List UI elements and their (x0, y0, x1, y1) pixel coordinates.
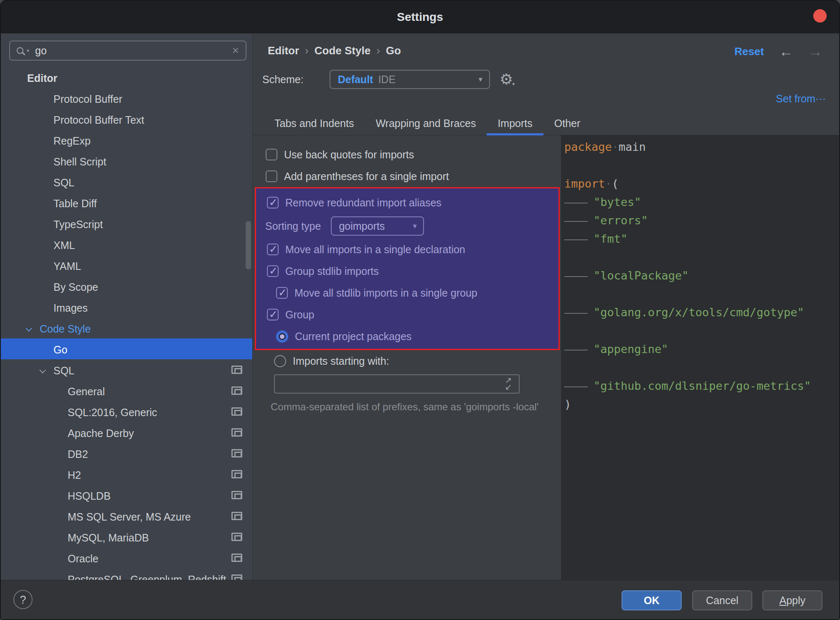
dialect-frame-icon (231, 449, 242, 457)
sidebar-item-shell-script[interactable]: Shell Script (1, 150, 252, 171)
scheme-gear-button[interactable]: ⚙ ▾ (500, 70, 515, 89)
sorting-type-row: Sorting type goimports ▾ (256, 213, 558, 239)
option-group[interactable]: Group (256, 304, 558, 325)
tab-other[interactable]: Other (543, 113, 591, 135)
title-bar: Settings (1, 1, 839, 33)
code-line: "fmt" (564, 230, 839, 248)
tab-whitespace-indicator (564, 203, 588, 203)
sidebar-item-code-style[interactable]: Code Style (1, 318, 252, 338)
checkbox-checked[interactable] (267, 265, 279, 277)
option-label: Add parentheses for a single import (284, 170, 449, 183)
option-imports-starting-with[interactable]: Imports starting with: (253, 350, 561, 372)
apply-button[interactable]: Apply (762, 590, 822, 610)
sidebar-item-by-scope[interactable]: By Scope (1, 276, 252, 297)
close-button[interactable] (813, 9, 827, 23)
search-box[interactable]: ▾ × (9, 41, 246, 61)
cancel-button[interactable]: Cancel (692, 590, 752, 610)
checkbox-unchecked[interactable] (266, 149, 277, 160)
sidebar-item-protocol-buffer-text[interactable]: Protocol Buffer Text (1, 109, 252, 130)
sidebar-item-regexp[interactable]: RegExp (1, 130, 252, 150)
sidebar-item-oracle[interactable]: Oracle (1, 547, 252, 568)
dialect-frame-icon (231, 491, 242, 499)
prefix-list-input[interactable] (275, 375, 519, 393)
option-label: Group stdlib imports (285, 265, 379, 277)
sidebar-item-xml[interactable]: XML (1, 234, 252, 255)
dropdown-caret-icon: ▾ (413, 221, 416, 231)
chevron-down-icon[interactable] (39, 367, 46, 374)
sidebar-item-typescript[interactable]: TypeScript (1, 213, 252, 234)
help-button[interactable]: ? (13, 590, 33, 609)
scheme-dropdown[interactable]: Default IDE ▾ (330, 70, 490, 89)
tab-whitespace-indicator (564, 313, 588, 314)
option-label: Current project packages (295, 330, 411, 343)
sidebar-item-h2[interactable]: H2 (1, 464, 252, 485)
set-from-link[interactable]: Set from··· (776, 93, 826, 105)
sidebar-item-code-style-sql[interactable]: SQL (1, 359, 252, 380)
option-label: Move all stdlib imports in a single grou… (294, 287, 477, 299)
prefix-list-field[interactable]: ↗↙ (274, 374, 520, 394)
dialect-frame-icon (231, 470, 242, 478)
checkbox-unchecked[interactable] (266, 170, 277, 182)
forward-arrow-icon: → (808, 43, 822, 60)
option-use-back-quotes[interactable]: Use back quotes for imports (253, 144, 561, 165)
radio-unselected[interactable] (274, 355, 286, 367)
prefix-hint-text: Comma-separated list of prefixes, same a… (271, 401, 561, 413)
ok-button[interactable]: OK (622, 590, 682, 610)
code-line: "errors" (564, 211, 839, 230)
sidebar-item-ms-sql-server[interactable]: MS SQL Server, MS Azure (1, 506, 252, 526)
code-style-tabs: Tabs and IndentsWrapping and BracesImpor… (253, 113, 839, 135)
option-move-all-stdlib[interactable]: Move all stdlib imports in a single grou… (256, 282, 558, 304)
tab-imports[interactable]: Imports (487, 113, 543, 135)
dialect-frame-icon (231, 533, 242, 541)
tab-whitespace-indicator (564, 350, 588, 351)
checkbox-checked[interactable] (276, 287, 288, 299)
sidebar-item-editor[interactable]: Editor (1, 67, 252, 88)
clear-search-icon[interactable]: × (232, 44, 239, 57)
sidebar-item-sql-2016-generic[interactable]: SQL:2016, Generic (1, 401, 252, 422)
checkbox-checked[interactable] (267, 244, 279, 255)
sidebar-item-sql[interactable]: SQL (1, 171, 252, 192)
checkbox-checked[interactable] (267, 197, 279, 208)
option-group-stdlib[interactable]: Group stdlib imports (256, 260, 558, 282)
gear-icon: ⚙ (500, 71, 513, 88)
sidebar-item-table-diff[interactable]: Table Diff (1, 192, 252, 213)
sidebar-item-sql-general[interactable]: General (1, 380, 252, 401)
sidebar-item-hsqldb[interactable]: HSQLDB (1, 485, 252, 506)
checkbox-checked[interactable] (267, 309, 279, 320)
tab-wrapping-and-braces[interactable]: Wrapping and Braces (365, 113, 487, 135)
sidebar-item-db2[interactable]: DB2 (1, 443, 252, 464)
sorting-type-value: goimports (339, 220, 385, 232)
tab-tabs-and-indents[interactable]: Tabs and Indents (264, 113, 365, 135)
history-controls: Reset ← → (734, 43, 822, 60)
option-move-all-imports[interactable]: Move all imports in a single declaration (256, 239, 558, 260)
option-add-parentheses[interactable]: Add parentheses for a single import (253, 165, 561, 187)
sorting-type-dropdown[interactable]: goimports ▾ (331, 216, 424, 236)
scheme-suffix: IDE (378, 74, 396, 86)
breadcrumb-editor[interactable]: Editor (268, 44, 299, 57)
scheme-row: Scheme: Default IDE ▾ ⚙ ▾ (262, 70, 490, 89)
sidebar-item-go[interactable]: Go (1, 338, 252, 359)
dialect-frame-icon (231, 512, 242, 520)
radio-selected[interactable] (276, 330, 288, 343)
settings-main-panel: Editor›Code Style›Go Reset ← → Scheme: D… (253, 33, 839, 580)
option-label: Imports starting with: (293, 355, 389, 367)
breadcrumb-code-style[interactable]: Code Style (315, 44, 371, 57)
option-remove-redundant-aliases[interactable]: Remove redundant import aliases (256, 192, 558, 213)
option-current-project-packages[interactable]: Current project packages (256, 325, 558, 347)
reset-link[interactable]: Reset (734, 45, 764, 58)
sidebar-item-postgresql[interactable]: PostgreSQL, Greenplum, Redshift (1, 568, 252, 580)
expand-field-icon[interactable]: ↗↙ (502, 377, 515, 391)
sidebar-item-apache-derby[interactable]: Apache Derby (1, 422, 252, 443)
sidebar-scrollbar[interactable] (246, 221, 251, 269)
sidebar-item-images[interactable]: Images (1, 297, 252, 318)
back-arrow-icon[interactable]: ← (779, 43, 793, 60)
sidebar-item-yaml[interactable]: YAML (1, 255, 252, 276)
sidebar-item-mysql-mariadb[interactable]: MySQL, MariaDB (1, 526, 252, 547)
chevron-down-icon[interactable] (25, 325, 32, 332)
sidebar-item-protocol-buffer[interactable]: Protocol Buffer (1, 88, 252, 109)
search-options-caret-icon[interactable]: ▾ (27, 48, 29, 53)
scheme-label: Scheme: (262, 74, 304, 86)
highlighted-options-group: Remove redundant import aliases Sorting … (255, 187, 560, 350)
import-options-pane: Use back quotes for imports Add parenthe… (253, 135, 561, 580)
search-input[interactable] (35, 45, 232, 57)
